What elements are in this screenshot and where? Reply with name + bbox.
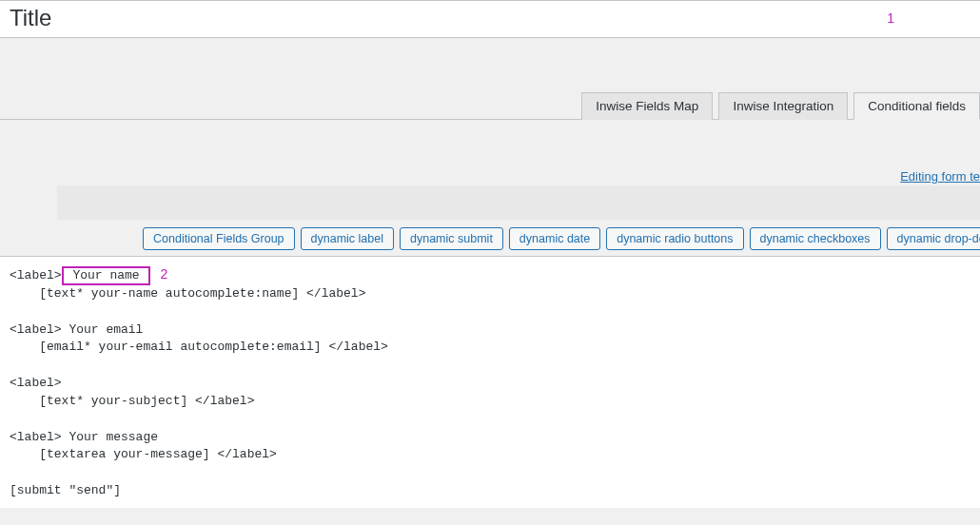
code-line: [text* your-name autocomplete:name] </la…	[10, 286, 365, 301]
code-line: <label>	[10, 268, 62, 282]
tab-inwise-integration[interactable]: Inwise Integration	[718, 92, 848, 120]
tab-conditional-fields[interactable]: Conditional fields	[853, 92, 980, 120]
tag-btn-dynamic-dropdown[interactable]: dynamic drop-down menu	[887, 227, 980, 250]
tag-btn-conditional-fields-group[interactable]: Conditional Fields Group	[143, 227, 295, 250]
code-line: [submit "send"]	[10, 483, 121, 497]
code-line: <label>	[10, 376, 62, 390]
annotation-marker-1: 1	[887, 10, 970, 26]
tag-btn-dynamic-label[interactable]: dynamic label	[301, 227, 394, 250]
tab-bar: Inwise Fields Map Inwise Integration Con…	[0, 91, 980, 119]
code-line: <label> Your email	[10, 322, 143, 337]
tag-btn-dynamic-checkboxes[interactable]: dynamic checkboxes	[750, 227, 881, 250]
code-line: [textarea your-message] </label>	[10, 447, 277, 461]
tab-inwise-fields-map[interactable]: Inwise Fields Map	[581, 92, 713, 120]
tag-btn-dynamic-radio[interactable]: dynamic radio buttons	[606, 227, 743, 250]
code-line: [text* your-subject] </label>	[10, 394, 254, 408]
toolbar-strip	[57, 185, 980, 220]
annotation-marker-2: 2	[160, 266, 167, 282]
tag-btn-dynamic-date[interactable]: dynamic date	[509, 227, 600, 250]
helper-link-row: Editing form te	[0, 120, 980, 185]
tab-bar-wrap: Inwise Fields Map Inwise Integration Con…	[0, 91, 980, 120]
code-line: [email* your-email autocomplete:email] <…	[10, 340, 388, 354]
title-bar: Title 1	[0, 0, 980, 38]
code-line: <label> Your message	[10, 430, 158, 444]
editing-form-template-link[interactable]: Editing form te	[900, 169, 980, 184]
tag-btn-dynamic-submit[interactable]: dynamic submit	[400, 227, 503, 250]
highlighted-your-name: Your name	[62, 266, 151, 285]
form-template-editor[interactable]: <label> Your name 2 [text* your-name aut…	[0, 256, 980, 508]
page-title: Title	[10, 5, 51, 31]
tag-generator-row: Conditional Fields Group dynamic label d…	[0, 220, 980, 256]
